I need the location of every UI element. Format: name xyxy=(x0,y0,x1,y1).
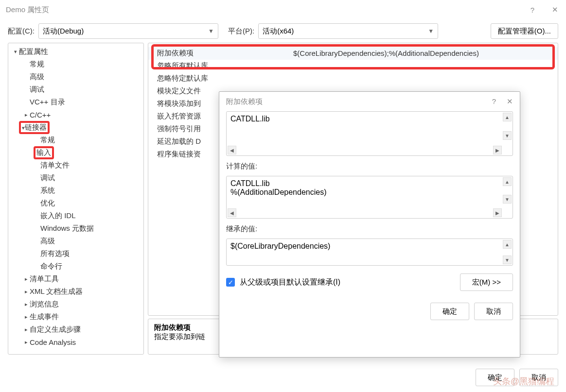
tree-item-label: 浏览信息 xyxy=(30,300,59,309)
tree-item[interactable]: 清单文件 xyxy=(8,159,143,171)
dialog-input-value: CATDLL.lib xyxy=(230,115,270,123)
scroll-up-icon[interactable]: ▲ xyxy=(503,113,512,121)
tree-item-label: 配置属性 xyxy=(19,47,48,56)
tree-item-label: VC++ 目录 xyxy=(30,98,65,107)
tree-item[interactable]: Windows 元数据 xyxy=(8,222,143,235)
tree-item[interactable]: VC++ 目录 xyxy=(8,96,143,108)
tree-item[interactable]: ▸清单工具 xyxy=(8,273,143,285)
tree-item-label: 系统 xyxy=(40,186,55,195)
close-button[interactable]: ✕ xyxy=(544,0,566,19)
tree-item-label: C/C++ xyxy=(30,111,51,119)
tree-item[interactable]: 输入 xyxy=(8,146,143,159)
property-label: 忽略特定默认库 xyxy=(148,74,289,83)
dialog-ok-button[interactable]: 确定 xyxy=(430,303,469,320)
ok-button[interactable]: 确定 xyxy=(476,369,514,386)
tree-item-label: 高级 xyxy=(40,237,55,246)
scroll-up-icon[interactable]: ▲ xyxy=(503,240,512,249)
tree-item-label: 调试 xyxy=(30,85,44,94)
window-title: Demo 属性页 xyxy=(6,5,49,15)
dialog-close-button[interactable]: ✕ xyxy=(507,97,513,106)
tree-item-label: 清单工具 xyxy=(30,274,59,284)
tree-item[interactable]: 调试 xyxy=(8,171,143,184)
tree-item[interactable]: ▸浏览信息 xyxy=(8,298,143,310)
dialog-help-button[interactable]: ? xyxy=(492,97,496,106)
tree-item-label: 嵌入的 IDL xyxy=(40,211,76,221)
tree-item[interactable]: 优化 xyxy=(8,197,143,209)
chevron-down-icon: ▼ xyxy=(428,28,434,34)
chevron-down-icon: ▼ xyxy=(208,28,214,34)
arrow-collapsed-icon: ▸ xyxy=(23,339,30,345)
tree-item-label: 高级 xyxy=(30,72,44,82)
inherit-checkbox-label: 从父级或项目默认设置继承(I) xyxy=(240,277,340,288)
property-row[interactable]: 忽略特定默认库 xyxy=(148,72,558,85)
tree-item-label: 常规 xyxy=(30,60,44,69)
tree-item-label: 所有选项 xyxy=(40,249,70,258)
arrow-collapsed-icon: ▸ xyxy=(23,289,30,295)
scroll-down-icon[interactable]: ▼ xyxy=(503,256,512,264)
config-select[interactable]: 活动(Debug) ▼ xyxy=(38,23,218,39)
platform-select[interactable]: 活动(x64) ▼ xyxy=(258,23,438,39)
config-manager-button[interactable]: 配置管理器(O)... xyxy=(491,23,558,39)
scroll-right-icon[interactable]: ▶ xyxy=(493,146,502,154)
tree-item[interactable]: 高级 xyxy=(8,235,143,247)
highlight-annotation: ▾链接器 xyxy=(19,121,50,134)
property-label: 忽略所有默认库 xyxy=(148,61,289,70)
tree-item[interactable]: 系统 xyxy=(8,184,143,197)
platform-value: 活动(x64) xyxy=(263,27,294,36)
property-row[interactable]: 忽略所有默认库 xyxy=(148,60,558,72)
property-row[interactable]: 附加依赖项$(CoreLibraryDependencies);%(Additi… xyxy=(148,47,558,60)
tree-item-label: Code Analysis xyxy=(30,338,76,346)
arrow-collapsed-icon: ▸ xyxy=(23,314,30,320)
scroll-left-icon[interactable]: ◀ xyxy=(228,208,236,217)
dialog-cancel-button[interactable]: 取消 xyxy=(474,303,513,320)
tree-item[interactable]: ▾链接器 xyxy=(8,121,143,134)
tree-item[interactable]: 所有选项 xyxy=(8,247,143,260)
dialog-input[interactable]: CATDLL.lib ▲ ▼ ◀ ▶ xyxy=(226,111,513,156)
computed-box: CATDLL.lib %(AdditionalDependencies) ▲ ▼… xyxy=(226,176,513,219)
dialog-title: 附加依赖项 xyxy=(226,97,263,106)
property-value[interactable]: $(CoreLibraryDependencies);%(AdditionalD… xyxy=(289,49,558,57)
cancel-button[interactable]: 取消 xyxy=(519,369,558,386)
tree-item-label: 生成事件 xyxy=(30,312,59,322)
scroll-up-icon[interactable]: ▲ xyxy=(503,177,512,186)
scroll-right-icon[interactable]: ▶ xyxy=(493,208,502,217)
tree-item-label: 常规 xyxy=(40,136,55,145)
computed-line-1: CATDLL.lib xyxy=(230,179,509,188)
tree-item[interactable]: 嵌入的 IDL xyxy=(8,209,143,222)
tree-item[interactable]: ▸Code Analysis xyxy=(8,336,143,348)
arrow-collapsed-icon: ▸ xyxy=(23,326,30,333)
tree-item[interactable]: ▸自定义生成步骤 xyxy=(8,323,143,336)
arrow-collapsed-icon: ▸ xyxy=(23,301,30,307)
arrow-collapsed-icon: ▸ xyxy=(23,276,30,282)
inherited-label: 继承的值: xyxy=(226,224,513,234)
tree-item[interactable]: 命令行 xyxy=(8,260,143,273)
scroll-down-icon[interactable]: ▼ xyxy=(503,195,512,204)
tree-item-label: 调试 xyxy=(40,173,55,183)
tree-panel[interactable]: ▾配置属性常规高级调试VC++ 目录▸C/C++▾链接器常规输入清单文件调试系统… xyxy=(8,43,144,355)
tree-item[interactable]: ▸XML 文档生成器 xyxy=(8,285,143,298)
edit-dialog: 附加依赖项 ? ✕ CATDLL.lib ▲ ▼ ◀ ▶ 计算的值: CATDL… xyxy=(219,91,520,358)
tree-item-label: Windows 元数据 xyxy=(40,224,94,233)
highlight-annotation: 输入 xyxy=(34,146,54,159)
tree-item-label: 链接器 xyxy=(25,123,47,131)
tree-item[interactable]: 常规 xyxy=(8,134,143,146)
scroll-down-icon[interactable]: ▼ xyxy=(503,131,512,140)
scroll-left-icon[interactable]: ◀ xyxy=(228,146,236,154)
inherited-box: $(CoreLibraryDependencies) ▲ ▼ xyxy=(226,239,513,266)
tree-item-label: 输入 xyxy=(36,148,51,156)
macro-button[interactable]: 宏(M) >> xyxy=(460,273,513,291)
tree-item[interactable]: 调试 xyxy=(8,83,143,96)
property-label: 附加依赖项 xyxy=(148,49,289,58)
tree-item-label: 自定义生成步骤 xyxy=(30,325,81,334)
tree-item[interactable]: ▸生成事件 xyxy=(8,310,143,323)
inherited-value: $(CoreLibraryDependencies) xyxy=(230,242,330,250)
tree-item[interactable]: ▸C/C++ xyxy=(8,108,143,121)
tree-item-label: XML 文档生成器 xyxy=(30,287,83,296)
tree-item[interactable]: 常规 xyxy=(8,58,143,70)
arrow-collapsed-icon: ▸ xyxy=(23,112,30,118)
tree-item[interactable]: 高级 xyxy=(8,70,143,83)
inherit-checkbox[interactable]: ✓ xyxy=(226,278,235,287)
tree-item[interactable]: ▾配置属性 xyxy=(8,45,143,58)
help-button[interactable]: ? xyxy=(521,0,544,19)
computed-label: 计算的值: xyxy=(226,162,513,171)
